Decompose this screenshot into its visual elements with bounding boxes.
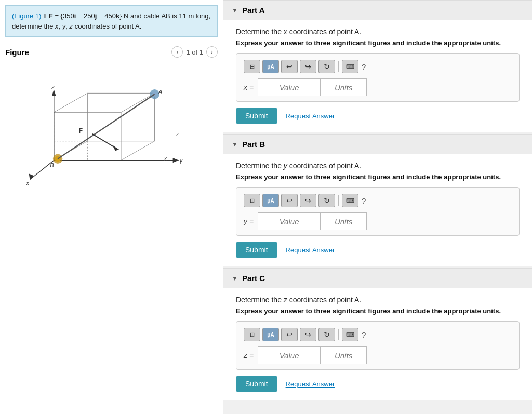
- value-input-a[interactable]: [258, 78, 320, 96]
- input-label-c: z =: [244, 351, 254, 359]
- value-input-b[interactable]: [258, 212, 320, 230]
- collapse-arrow-b[interactable]: ▼: [232, 141, 238, 148]
- units-input-c[interactable]: [320, 346, 367, 364]
- part-title-b: Part B: [242, 140, 265, 149]
- input-label-a: x =: [244, 83, 254, 91]
- undo-btn-a[interactable]: ↩: [281, 60, 298, 73]
- left-panel: (Figure 1) If F = {350i − 250j − 450k} N…: [0, 0, 223, 414]
- toolbar-b: ⊞ μA ↩ ↪ ↻ ⌨ ?: [244, 194, 512, 207]
- next-figure-button[interactable]: ›: [206, 46, 218, 58]
- request-answer-link-b[interactable]: Request Answer: [286, 246, 335, 254]
- submit-btn-b[interactable]: Submit: [236, 242, 277, 258]
- symbol-btn-b[interactable]: μA: [262, 194, 279, 207]
- refresh-btn-b[interactable]: ↻: [318, 194, 335, 207]
- undo-btn-c[interactable]: ↩: [281, 328, 298, 341]
- toolbar-sep-a: [338, 61, 339, 72]
- value-input-c[interactable]: [258, 346, 320, 364]
- keyboard-btn-a[interactable]: ⌨: [342, 60, 358, 73]
- part-desc-b: Determine the y coordinates of point A.: [236, 162, 520, 170]
- part-desc-a: Determine the x coordinates of point A.: [236, 28, 520, 36]
- part-section-a: ▼ Part A Determine the x coordinates of …: [223, 0, 532, 132]
- submit-btn-a[interactable]: Submit: [236, 108, 277, 124]
- answer-box-c: ⊞ μA ↩ ↪ ↻ ⌨ ? z =: [236, 321, 520, 370]
- figure-header: Figure ‹ 1 of 1 ›: [5, 42, 218, 61]
- keyboard-btn-b[interactable]: ⌨: [342, 194, 358, 207]
- redo-btn-a[interactable]: ↪: [300, 60, 316, 73]
- help-btn-c[interactable]: ?: [362, 330, 366, 339]
- part-instruction-a: Express your answer to three significant…: [236, 39, 520, 47]
- redo-btn-b[interactable]: ↪: [300, 194, 316, 207]
- figure-svg: z x y z x B: [5, 64, 218, 189]
- actions-row-a: Submit Request Answer: [236, 108, 520, 124]
- units-input-a[interactable]: [320, 78, 367, 96]
- part-section-c: ▼ Part C Determine the z coordinates of …: [223, 268, 532, 400]
- answer-box-a: ⊞ μA ↩ ↪ ↻ ⌨ ? x =: [236, 53, 520, 102]
- svg-text:x: x: [164, 156, 167, 162]
- problem-statement: (Figure 1) If F = {350i − 250j − 450k} N…: [5, 5, 218, 37]
- request-answer-link-c[interactable]: Request Answer: [286, 380, 335, 388]
- input-row-a: x =: [244, 78, 512, 96]
- part-header-b: ▼ Part B: [223, 135, 532, 154]
- units-input-b[interactable]: [320, 212, 367, 230]
- part-title-a: Part A: [242, 6, 265, 15]
- request-answer-link-a[interactable]: Request Answer: [286, 112, 335, 120]
- redo-btn-c[interactable]: ↪: [300, 328, 316, 341]
- svg-text:A: A: [158, 89, 162, 95]
- collapse-arrow-c[interactable]: ▼: [232, 275, 238, 282]
- undo-btn-b[interactable]: ↩: [281, 194, 298, 207]
- svg-text:z: z: [51, 84, 55, 91]
- prev-figure-button[interactable]: ‹: [171, 46, 183, 58]
- figure-image: z x y z x B: [5, 64, 218, 189]
- symbol-btn-a[interactable]: μA: [262, 60, 279, 73]
- svg-rect-0: [25, 64, 197, 189]
- input-row-b: y =: [244, 212, 512, 230]
- toolbar-a: ⊞ μA ↩ ↪ ↻ ⌨ ?: [244, 60, 512, 73]
- grid-btn-c[interactable]: ⊞: [244, 328, 260, 341]
- part-content-c: Determine the z coordinates of point A. …: [223, 288, 532, 400]
- figure-nav: ‹ 1 of 1 ›: [171, 46, 218, 58]
- right-panel: ▼ Part A Determine the x coordinates of …: [223, 0, 532, 414]
- part-instruction-c: Express your answer to three significant…: [236, 307, 520, 315]
- svg-text:x: x: [25, 180, 30, 187]
- symbol-btn-c[interactable]: μA: [262, 328, 279, 341]
- grid-btn-a[interactable]: ⊞: [244, 60, 260, 73]
- actions-row-b: Submit Request Answer: [236, 242, 520, 258]
- svg-text:y: y: [179, 157, 183, 164]
- help-btn-b[interactable]: ?: [362, 196, 366, 205]
- toolbar-sep-c: [338, 329, 339, 340]
- part-header-c: ▼ Part C: [223, 269, 532, 288]
- refresh-btn-a[interactable]: ↻: [318, 60, 335, 73]
- input-label-b: y =: [244, 217, 254, 225]
- part-header-a: ▼ Part A: [223, 1, 532, 20]
- part-content-a: Determine the x coordinates of point A. …: [223, 20, 532, 132]
- part-instruction-b: Express your answer to three significant…: [236, 173, 520, 181]
- svg-text:F: F: [79, 127, 83, 135]
- problem-text: If F = {350i − 250j − 450k} N and cable …: [12, 12, 210, 30]
- part-content-b: Determine the y coordinates of point A. …: [223, 154, 532, 266]
- figure-link[interactable]: (Figure 1): [12, 12, 41, 20]
- part-title-c: Part C: [242, 274, 265, 283]
- help-btn-a[interactable]: ?: [362, 62, 366, 71]
- figure-section: Figure ‹ 1 of 1 ›: [0, 42, 223, 414]
- figure-title: Figure: [5, 48, 29, 57]
- refresh-btn-c[interactable]: ↻: [318, 328, 335, 341]
- figure-pagination: 1 of 1: [186, 48, 203, 56]
- keyboard-btn-c[interactable]: ⌨: [342, 328, 358, 341]
- part-section-b: ▼ Part B Determine the y coordinates of …: [223, 134, 532, 266]
- answer-box-b: ⊞ μA ↩ ↪ ↻ ⌨ ? y =: [236, 187, 520, 236]
- grid-btn-b[interactable]: ⊞: [244, 194, 260, 207]
- svg-text:B: B: [50, 162, 54, 168]
- actions-row-c: Submit Request Answer: [236, 376, 520, 392]
- submit-btn-c[interactable]: Submit: [236, 376, 277, 392]
- svg-text:z: z: [176, 131, 179, 137]
- input-row-c: z =: [244, 346, 512, 364]
- part-desc-c: Determine the z coordinates of point A.: [236, 296, 520, 304]
- toolbar-c: ⊞ μA ↩ ↪ ↻ ⌨ ?: [244, 328, 512, 341]
- toolbar-sep-b: [338, 195, 339, 206]
- collapse-arrow-a[interactable]: ▼: [232, 7, 238, 14]
